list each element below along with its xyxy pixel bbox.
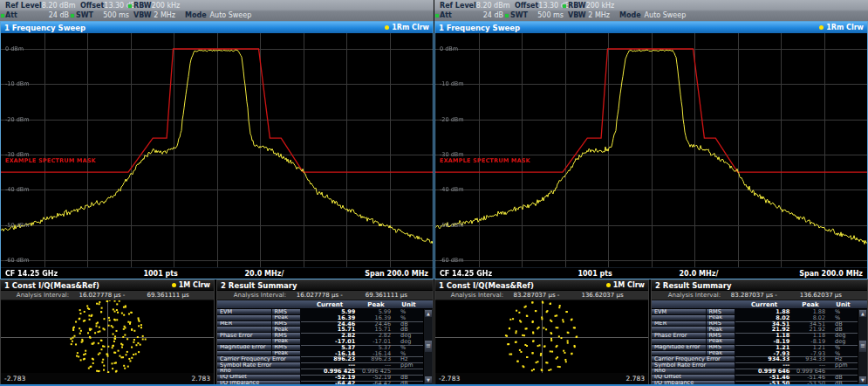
frequency-sweep-titlebar[interactable]: 1 Frequency Sweep 1Rm Clrw: [435, 22, 867, 33]
analysis-interval-from: 16.027778 µs -: [286, 292, 353, 299]
metric-label: [217, 327, 272, 333]
row-label: Rho: [652, 369, 735, 375]
offset-field[interactable]: Offset 13.30 dB: [80, 1, 129, 10]
scroll-down-button[interactable]: ▼: [859, 376, 866, 383]
att-label: Att: [5, 10, 17, 20]
constellation-titlebar[interactable]: 1 Const I/Q(Meas&Ref) 1M Clrw: [435, 280, 648, 291]
sweep-points-field[interactable]: 1001 pts: [578, 270, 612, 278]
att-value: 24 dB: [483, 10, 503, 20]
att-field[interactable]: Att 24 dB: [440, 10, 503, 20]
rbw-label: RBW: [568, 1, 586, 10]
current-column-header: Current: [301, 301, 359, 308]
current-column-header: Current: [735, 301, 793, 308]
y-axis-label: -60 dBm: [5, 257, 30, 264]
y-axis-label: -20 dBm: [5, 116, 30, 123]
frequency-sweep-titlebar[interactable]: 1 Frequency Sweep 1Rm Clrw: [1, 22, 433, 33]
unit-value: %: [827, 351, 858, 357]
vbw-label: VBW: [133, 10, 152, 20]
metric-label: [652, 315, 707, 321]
row-label: MERRMS: [652, 321, 735, 327]
trace-indicator-label: 1M Clrw: [179, 281, 210, 289]
analysis-interval-to: 136.62037 µs: [788, 292, 855, 299]
result-summary-table: Current Peak Unit EVMRMS1.881.88%Peak8.0…: [652, 300, 867, 384]
span-field[interactable]: Span 200.0 MHz: [799, 270, 863, 278]
y-axis-label: -40 dBm: [440, 186, 464, 193]
analysis-interval-to: 69.361111 µs: [135, 292, 202, 299]
offset-field[interactable]: Offset 13.30 dB: [515, 1, 564, 10]
att-value: 24 dB: [49, 10, 69, 20]
mode-field[interactable]: Mode Auto Sweep: [185, 10, 263, 20]
table-row: Peak15.7115.71dB: [217, 327, 423, 333]
row-label: Phase ErrorRMS: [217, 333, 301, 339]
table-row: EVMRMS1.881.88%: [652, 309, 858, 315]
analysis-interval-row: Analysis Interval: 16.027778 µs - 69.361…: [217, 291, 433, 300]
swt-field[interactable]: SWT 500 ms: [76, 10, 129, 20]
channel-settings-bar: Ref Level 8.20 dBm Offset 13.30 dB RBW 2…: [0, 0, 434, 21]
trace-indicator[interactable]: 1Rm Clrw: [819, 24, 864, 31]
table-row: Peak16.3916.39%: [217, 315, 423, 321]
ref-level-field[interactable]: Ref Level 8.20 dBm: [440, 1, 503, 10]
constellation-canvas[interactable]: [1, 300, 214, 373]
span-field[interactable]: Span 200.0 MHz: [365, 270, 428, 278]
row-label: Carrier Frequency Error: [217, 356, 301, 362]
metric-label: [217, 339, 272, 345]
trace-indicator[interactable]: 1M Clrw: [172, 281, 210, 289]
vbw-field[interactable]: VBW 2 MHz: [133, 10, 175, 20]
row-label: Peak: [652, 315, 735, 321]
scroll-up-button[interactable]: ▲: [859, 310, 866, 317]
trace-indicator-label: 1Rm Clrw: [392, 24, 429, 31]
unit-value: deg: [827, 339, 858, 345]
constellation-titlebar[interactable]: 1 Const I/Q(Meas&Ref) 1M Clrw: [1, 280, 214, 291]
result-summary-titlebar[interactable]: 2 Result Summary: [217, 280, 433, 291]
swt-label: SWT: [76, 10, 93, 20]
scroll-up-button[interactable]: ▲: [425, 310, 432, 317]
table-row: Peak-16.14-16.14%: [217, 351, 423, 357]
scroll-thumb[interactable]: ≡: [859, 341, 866, 352]
vbw-field[interactable]: VBW 2 MHz: [568, 10, 610, 20]
spectrum-canvas[interactable]: [435, 33, 867, 267]
analysis-interval-row: Analysis Interval: 16.027778 µs - 69.361…: [1, 291, 214, 300]
scroll-down-button[interactable]: ▼: [425, 376, 432, 383]
sweep-points-field[interactable]: 1001 pts: [143, 270, 177, 278]
metric-label: Rho: [652, 369, 735, 375]
center-frequency-field[interactable]: CF 14.25 GHz: [5, 270, 58, 278]
ref-level-value: 8.20 dBm: [42, 1, 76, 10]
swt-field[interactable]: SWT 500 ms: [510, 10, 564, 20]
scale-per-division-field[interactable]: 20.0 MHz/: [680, 270, 719, 278]
trace-indicator[interactable]: 1Rm Clrw: [385, 24, 429, 31]
x-min-label: -2.783: [439, 375, 460, 383]
constellation-canvas[interactable]: [435, 300, 648, 373]
result-summary-titlebar[interactable]: 2 Result Summary: [652, 280, 867, 291]
trace-indicator[interactable]: 1M Clrw: [606, 281, 645, 289]
rbw-field[interactable]: RBW 200 kHz: [133, 1, 175, 10]
ref-level-field[interactable]: Ref Level 8.20 dBm: [5, 1, 69, 10]
mode-field[interactable]: Mode Auto Sweep: [619, 10, 698, 20]
mode-label: Mode: [619, 10, 641, 20]
spectrum-canvas[interactable]: [1, 33, 433, 267]
table-row: Peak-17.01-17.01deg: [217, 339, 423, 345]
stat-label: RMS: [272, 345, 301, 351]
table-scrollbar[interactable]: ▲ ≡ ▼: [858, 309, 867, 384]
table-row: Peak8.028.02%: [652, 315, 858, 321]
metric-label: [217, 351, 272, 357]
analysis-interval-from: 16.027778 µs -: [69, 292, 135, 299]
att-field[interactable]: Att 24 dB: [5, 10, 69, 20]
analysis-interval-to: 69.361111 µs: [353, 292, 420, 299]
metric-label: Phase Error: [652, 333, 707, 339]
unit-value: %: [393, 309, 423, 315]
center-frequency-field[interactable]: CF 14.25 GHz: [440, 270, 492, 278]
scale-per-division-field[interactable]: 20.0 MHz/: [245, 270, 284, 278]
ref-level-value: 8.20 dBm: [476, 1, 510, 10]
analysis-interval-row: Analysis Interval: 83.287037 µs - 136.62…: [652, 291, 867, 300]
rbw-field[interactable]: RBW 200 kHz: [568, 1, 610, 10]
scroll-thumb[interactable]: ≡: [425, 341, 432, 352]
frequency-sweep-title: 1 Frequency Sweep: [4, 24, 85, 32]
stat-label: Peak: [272, 327, 301, 333]
vbw-value: 2 MHz: [154, 10, 175, 20]
trace-color-dot-icon: [606, 283, 611, 287]
analysis-interval-row: Analysis Interval: 83.287037 µs - 136.62…: [435, 291, 648, 300]
stat-label: Peak: [707, 351, 735, 357]
channel-settings-bar: Ref Level 8.20 dBm Offset 13.30 dB RBW 2…: [434, 0, 868, 21]
unit-value: %: [393, 351, 423, 357]
table-scrollbar[interactable]: ▲ ≡ ▼: [423, 309, 433, 384]
